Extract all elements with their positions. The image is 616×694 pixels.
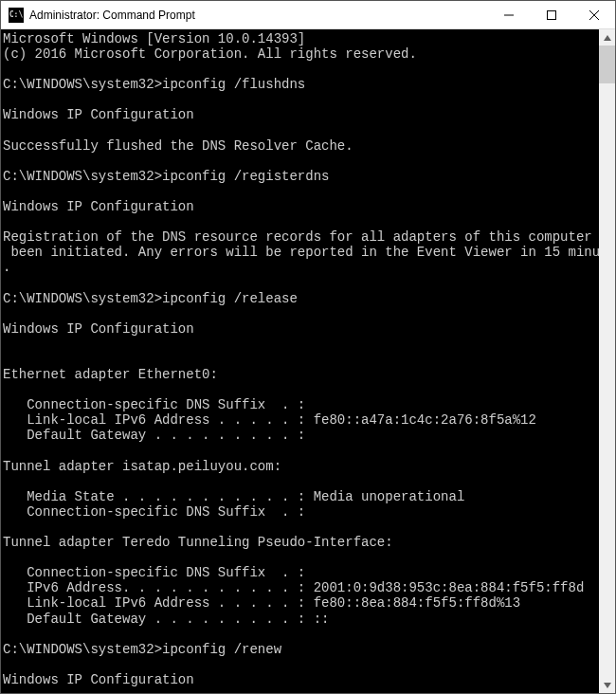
window-title: Administrator: Command Prompt: [29, 9, 487, 22]
titlebar-controls: [487, 1, 615, 28]
close-button[interactable]: [572, 1, 615, 28]
scroll-thumb[interactable]: [599, 46, 615, 83]
minimize-icon: [504, 10, 514, 20]
maximize-icon: [547, 10, 556, 20]
svg-rect-1: [547, 10, 555, 19]
terminal-output[interactable]: Microsoft Windows [Version 10.0.14393] (…: [1, 29, 599, 693]
terminal-area: Microsoft Windows [Version 10.0.14393] (…: [1, 29, 615, 693]
vertical-scrollbar[interactable]: [599, 29, 615, 693]
chevron-up-icon: [604, 35, 611, 41]
command-prompt-window: C:\ Administrator: Command Prompt Micros…: [0, 0, 616, 694]
cmd-icon: C:\: [9, 8, 24, 23]
maximize-button[interactable]: [530, 1, 572, 28]
scroll-down-arrow[interactable]: [599, 677, 615, 693]
chevron-down-icon: [604, 683, 611, 688]
scroll-up-arrow[interactable]: [599, 29, 615, 46]
scroll-track[interactable]: [599, 46, 615, 677]
minimize-button[interactable]: [487, 1, 530, 28]
titlebar[interactable]: C:\ Administrator: Command Prompt: [1, 1, 615, 29]
close-icon: [589, 10, 599, 20]
